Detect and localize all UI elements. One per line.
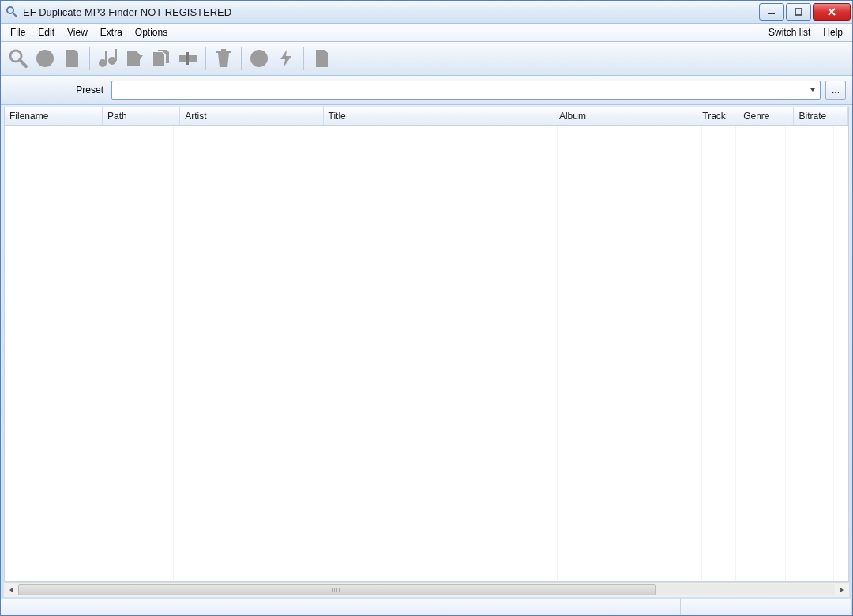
column-title xyxy=(318,126,558,581)
filter-icon[interactable] xyxy=(122,46,147,71)
statusbar xyxy=(1,599,852,615)
titlebar: EF Duplicate MP3 Finder NOT REGISTERED xyxy=(1,1,852,24)
menu-edit[interactable]: Edit xyxy=(32,24,61,41)
lightning-icon[interactable] xyxy=(273,46,299,71)
toolbar-separator xyxy=(241,47,242,70)
rename-icon[interactable] xyxy=(175,46,201,71)
svg-line-5 xyxy=(20,60,26,66)
ellipsis-icon: ... xyxy=(832,85,840,96)
column-album xyxy=(558,126,702,581)
chevron-down-icon[interactable] xyxy=(807,81,818,99)
preset-label: Preset xyxy=(1,85,107,96)
music-note-icon[interactable] xyxy=(95,46,120,71)
stop-icon[interactable] xyxy=(32,46,58,71)
document-icon[interactable] xyxy=(59,46,85,71)
svg-rect-3 xyxy=(795,9,802,15)
status-pane-1 xyxy=(1,599,681,615)
scrollbar-track[interactable] xyxy=(18,584,835,595)
column-header-path[interactable]: Path xyxy=(103,107,180,125)
column-header-bitrate[interactable]: Bitrate xyxy=(794,107,848,125)
results-table: FilenamePathArtistTitleAlbumTrackGenreBi… xyxy=(4,107,849,582)
trash-icon[interactable] xyxy=(211,46,236,71)
app-window: EF Duplicate MP3 Finder NOT REGISTERED F… xyxy=(0,0,853,616)
window-buttons xyxy=(759,3,851,21)
column-header-track[interactable]: Track xyxy=(697,107,738,125)
menubar: FileEditViewExtraOptions Switch listHelp xyxy=(1,24,852,42)
column-genre xyxy=(736,126,786,581)
column-header-artist[interactable]: Artist xyxy=(180,107,323,125)
svg-point-0 xyxy=(7,7,13,13)
column-track xyxy=(702,126,736,581)
toolbar-separator xyxy=(303,47,304,70)
menu-options[interactable]: Options xyxy=(129,24,174,41)
toolbar-separator xyxy=(89,47,90,70)
menu-help[interactable]: Help xyxy=(817,24,849,41)
table-body xyxy=(5,126,848,581)
svg-rect-9 xyxy=(105,51,107,63)
page-icon[interactable] xyxy=(309,46,334,71)
preset-browse-button[interactable]: ... xyxy=(825,81,846,100)
menu-view[interactable]: View xyxy=(61,24,94,41)
svg-rect-12 xyxy=(186,52,189,65)
column-artist xyxy=(174,126,318,581)
window-title: EF Duplicate MP3 Finder NOT REGISTERED xyxy=(23,6,759,18)
minimize-button[interactable] xyxy=(759,3,784,21)
circle-icon[interactable] xyxy=(246,46,272,71)
svg-point-6 xyxy=(36,50,54,67)
svg-point-15 xyxy=(250,50,268,67)
preset-combobox[interactable] xyxy=(111,81,821,100)
status-pane-2 xyxy=(681,599,852,615)
svg-rect-10 xyxy=(115,49,117,61)
scrollbar-thumb[interactable] xyxy=(18,584,656,595)
app-icon xyxy=(6,6,18,18)
column-header-genre[interactable]: Genre xyxy=(738,107,794,125)
toolbar-separator xyxy=(205,47,206,70)
svg-line-1 xyxy=(13,13,17,17)
scroll-left-icon[interactable] xyxy=(4,584,18,596)
svg-rect-2 xyxy=(768,13,775,14)
menu-switch-list[interactable]: Switch list xyxy=(762,24,817,41)
toolbar xyxy=(1,42,852,76)
preset-row: Preset ... xyxy=(1,76,852,105)
scroll-right-icon[interactable] xyxy=(835,584,849,596)
column-header-album[interactable]: Album xyxy=(554,107,697,125)
column-path xyxy=(100,126,174,581)
column-filename xyxy=(5,126,100,581)
table-header-row: FilenamePathArtistTitleAlbumTrackGenreBi… xyxy=(5,107,848,126)
column-bitrate xyxy=(786,126,834,581)
preset-input[interactable] xyxy=(115,83,807,97)
copy-icon[interactable] xyxy=(148,46,174,71)
menu-extra[interactable]: Extra xyxy=(94,24,129,41)
menu-file[interactable]: File xyxy=(4,24,32,41)
column-header-title[interactable]: Title xyxy=(324,107,554,125)
column-header-filename[interactable]: Filename xyxy=(5,107,103,125)
search-icon[interactable] xyxy=(6,46,31,71)
close-button[interactable] xyxy=(813,3,851,21)
svg-rect-14 xyxy=(221,49,226,51)
maximize-button[interactable] xyxy=(786,3,811,21)
horizontal-scrollbar[interactable] xyxy=(4,582,849,597)
